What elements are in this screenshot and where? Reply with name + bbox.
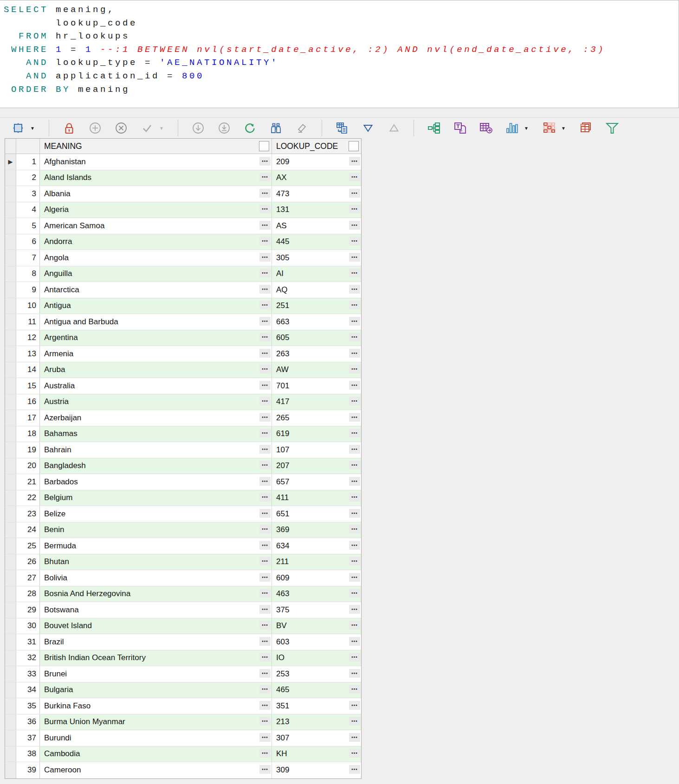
meaning-cell[interactable]: Australia••• — [40, 378, 272, 394]
ellipsis-button[interactable]: ••• — [349, 381, 360, 390]
ellipsis-button[interactable]: ••• — [349, 173, 360, 181]
code-cell[interactable]: 369••• — [272, 522, 361, 538]
meaning-cell[interactable]: Antarctica••• — [40, 282, 272, 298]
table-row[interactable]: 28Bosnia And Herzegovina•••463••• — [5, 586, 361, 603]
code-cell[interactable]: 603••• — [272, 634, 361, 650]
eraser-button[interactable] — [296, 120, 308, 136]
meaning-cell[interactable]: Bangladesh••• — [40, 458, 272, 474]
ellipsis-button[interactable]: ••• — [259, 557, 271, 566]
table-row[interactable]: 22Belgium•••411••• — [5, 490, 361, 507]
ellipsis-button[interactable]: ••• — [259, 445, 271, 454]
table-row[interactable]: 26Bhutan•••211••• — [5, 554, 361, 571]
meaning-cell[interactable]: Belgium••• — [40, 490, 272, 506]
add-row-button[interactable] — [89, 120, 101, 136]
ellipsis-button[interactable]: ••• — [349, 589, 360, 598]
table-row[interactable]: 23Belize•••651••• — [5, 506, 361, 522]
text-document-button[interactable] — [453, 120, 466, 136]
ellipsis-button[interactable]: ••• — [259, 269, 271, 277]
table-row[interactable]: 12Argentina•••605••• — [5, 330, 361, 347]
table-row[interactable]: 32British Indian Ocean Territory•••IO••• — [5, 650, 361, 667]
ellipsis-button[interactable]: ••• — [349, 301, 360, 309]
table-row[interactable]: 38Cambodia•••KH••• — [5, 746, 361, 763]
meaning-cell[interactable]: Bulgaria••• — [40, 682, 272, 698]
table-row[interactable]: 9Antarctica•••AQ••• — [5, 282, 361, 298]
ellipsis-button[interactable]: ••• — [349, 621, 360, 630]
code-cell[interactable]: 605••• — [272, 330, 361, 346]
meaning-cell[interactable]: Aruba••• — [40, 362, 272, 378]
table-row[interactable]: 29Botswana•••375••• — [5, 602, 361, 618]
ellipsis-button[interactable]: ••• — [349, 525, 360, 533]
code-cell[interactable]: AS••• — [272, 218, 361, 234]
ellipsis-button[interactable]: ••• — [349, 189, 360, 198]
code-cell[interactable]: 663••• — [272, 314, 361, 330]
meaning-cell[interactable]: Andorra••• — [40, 234, 272, 250]
meaning-cell[interactable]: Anguilla••• — [40, 266, 272, 282]
pivot-button[interactable] — [543, 120, 555, 136]
ellipsis-button[interactable]: ••• — [349, 557, 360, 566]
code-cell[interactable]: 307••• — [272, 730, 361, 746]
ellipsis-button[interactable]: ••• — [259, 189, 271, 198]
table-row[interactable]: 3Albania•••473••• — [5, 186, 361, 202]
ellipsis-button[interactable]: ••• — [259, 701, 271, 710]
ellipsis-button[interactable]: ••• — [349, 733, 360, 742]
table-row[interactable]: 37Burundi•••307••• — [5, 730, 361, 746]
meaning-cell[interactable]: Bahamas••• — [40, 426, 272, 442]
ellipsis-button[interactable]: ••• — [259, 509, 271, 518]
ellipsis-button[interactable]: ••• — [259, 413, 271, 422]
table-row[interactable]: 24Benin•••369••• — [5, 522, 361, 539]
code-cell[interactable]: AI••• — [272, 266, 361, 282]
table-row[interactable]: 27Bolivia•••609••• — [5, 570, 361, 586]
table-row[interactable]: 6Andorra•••445••• — [5, 234, 361, 251]
meaning-cell[interactable]: Burkina Faso••• — [40, 698, 272, 714]
code-cell[interactable]: 211••• — [272, 554, 361, 570]
sql-editor[interactable]: SELECT meaning, lookup_code FROM hr_look… — [0, 0, 679, 108]
master-detail-button[interactable] — [427, 120, 440, 136]
fit-columns-dropdown[interactable]: ▼ — [30, 120, 35, 136]
ellipsis-button[interactable]: ••• — [349, 653, 360, 662]
code-cell[interactable]: 107••• — [272, 442, 361, 458]
column-header-lookup-code[interactable]: LOOKUP_CODE — [272, 139, 361, 154]
code-cell[interactable]: 657••• — [272, 474, 361, 490]
table-row[interactable]: 2Aland Islands•••AX••• — [5, 170, 361, 186]
code-cell[interactable]: 417••• — [272, 394, 361, 410]
ellipsis-button[interactable]: ••• — [349, 285, 360, 294]
ellipsis-button[interactable]: ••• — [259, 573, 271, 582]
table-row[interactable]: 13Armenia•••263••• — [5, 346, 361, 362]
lock-button[interactable] — [63, 120, 75, 136]
ellipsis-button[interactable]: ••• — [259, 173, 271, 181]
table-row[interactable]: 33Brunei•••253••• — [5, 666, 361, 682]
code-cell[interactable]: 305••• — [272, 250, 361, 266]
freeze-tables-button[interactable] — [580, 120, 592, 136]
meaning-cell[interactable]: Botswana••• — [40, 602, 272, 618]
table-row[interactable]: 14Aruba•••AW••• — [5, 362, 361, 379]
ellipsis-button[interactable]: ••• — [349, 477, 360, 486]
table-row[interactable]: 35Burkina Faso•••351••• — [5, 698, 361, 714]
code-cell[interactable]: IO••• — [272, 650, 361, 666]
code-cell[interactable]: 251••• — [272, 298, 361, 314]
copy-grid-button[interactable] — [336, 120, 348, 136]
ellipsis-button[interactable]: ••• — [349, 605, 360, 614]
ellipsis-button[interactable]: ••• — [259, 541, 271, 550]
ellipsis-button[interactable]: ••• — [349, 333, 360, 341]
code-cell[interactable]: 465••• — [272, 682, 361, 698]
ellipsis-button[interactable]: ••• — [349, 701, 360, 710]
ellipsis-button[interactable]: ••• — [349, 637, 360, 646]
ellipsis-button[interactable]: ••• — [259, 493, 271, 501]
meaning-cell[interactable]: Armenia••• — [40, 346, 272, 362]
ellipsis-button[interactable]: ••• — [259, 285, 271, 294]
meaning-cell[interactable]: Bhutan••• — [40, 554, 272, 570]
meaning-cell[interactable]: Austria••• — [40, 394, 272, 410]
ellipsis-button[interactable]: ••• — [349, 541, 360, 550]
code-cell[interactable]: 375••• — [272, 602, 361, 618]
table-row[interactable]: 39Cameroon•••309••• — [5, 762, 361, 778]
ellipsis-button[interactable]: ••• — [259, 525, 271, 533]
ellipsis-button[interactable]: ••• — [259, 317, 271, 326]
code-cell[interactable]: 473••• — [272, 186, 361, 202]
meaning-cell[interactable]: Bosnia And Herzegovina••• — [40, 586, 272, 602]
column-select-checkbox[interactable] — [259, 141, 269, 151]
table-row[interactable]: 17Azerbaijan•••265••• — [5, 410, 361, 426]
ellipsis-button[interactable]: ••• — [259, 637, 271, 646]
ellipsis-button[interactable]: ••• — [349, 205, 360, 213]
ellipsis-button[interactable]: ••• — [349, 237, 360, 245]
ellipsis-button[interactable]: ••• — [259, 733, 271, 742]
